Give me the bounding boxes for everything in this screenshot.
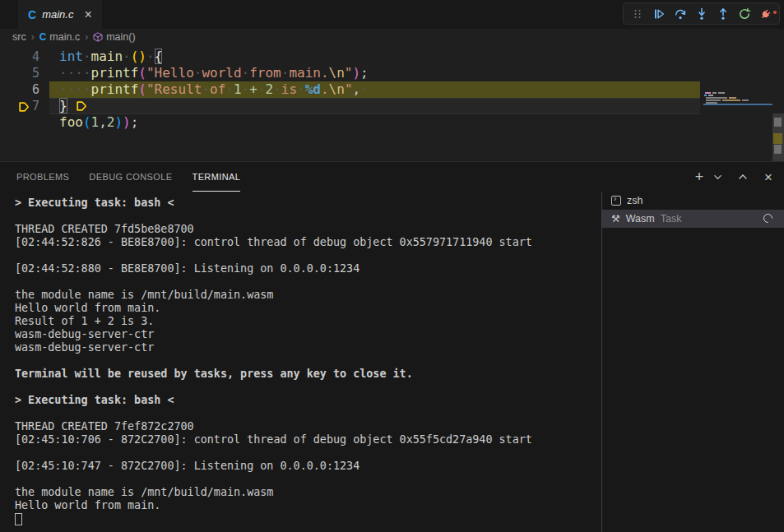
terminal-line: [02:44:52:880 - BE8E8700]: Listening on … xyxy=(15,262,596,275)
terminal-item-sublabel: Task xyxy=(661,213,682,224)
terminal-line xyxy=(15,446,596,460)
terminal-icon: › xyxy=(611,196,621,206)
c-file-icon: C xyxy=(28,9,36,21)
loading-spinner-icon xyxy=(762,212,775,225)
debug-restart-icon[interactable] xyxy=(735,4,754,23)
breadcrumb-main-c[interactable]: C main.c xyxy=(39,31,81,43)
terminal-item-label: Wasm xyxy=(626,213,655,224)
red-indicator-dot xyxy=(773,11,777,14)
line-number: 6 xyxy=(0,81,39,98)
bottom-panel: PROBLEMSDEBUG CONSOLETERMINAL + × > Exec… xyxy=(0,161,784,532)
terminal-line xyxy=(15,275,596,289)
breadcrumb-label: main() xyxy=(106,31,135,43)
line-number: 4 xyxy=(0,49,39,65)
code-line-5[interactable]: 5····printf("Hello·world·from·main.\n"); xyxy=(0,65,784,81)
code-text: } xyxy=(59,98,67,114)
maximize-panel-icon[interactable] xyxy=(735,169,750,184)
panel-actions: + × xyxy=(692,162,776,192)
panel-header: PROBLEMSDEBUG CONSOLETERMINAL + × xyxy=(0,162,784,192)
toolbar-drag-gripper-icon[interactable] xyxy=(628,4,647,23)
terminal-cursor xyxy=(15,513,22,525)
line-number: 5 xyxy=(0,65,39,81)
panel-tab-terminal[interactable]: TERMINAL xyxy=(193,162,241,192)
code-editor[interactable]: 4int·main·()·{5····printf("Hello·world·f… xyxy=(0,45,784,161)
terminal-line xyxy=(15,381,596,394)
debug-toolbar xyxy=(623,2,780,25)
terminal-line: Terminal will be reused by tasks, press … xyxy=(15,368,596,381)
terminal-item-label: zsh xyxy=(627,195,643,206)
terminal-line: > Executing task: bash < xyxy=(15,394,596,407)
terminal-line: > Executing task: bash < xyxy=(15,197,596,210)
breadcrumb-label: main.c xyxy=(49,31,80,43)
terminal-line: THREAD CREATED 7fef872c2700 xyxy=(15,420,596,433)
close-panel-icon[interactable]: × xyxy=(761,169,776,184)
line-number: 7 xyxy=(0,98,39,114)
terminal-output[interactable]: > Executing task: bash <THREAD CREATED 7… xyxy=(15,197,596,526)
debug-step-out-icon[interactable] xyxy=(713,4,732,23)
new-terminal-button[interactable]: + xyxy=(692,169,707,184)
minimap-viewport-line xyxy=(703,104,772,105)
terminal-line: the module name is /mnt/build/main.wasm xyxy=(15,486,596,499)
tools-icon: ⚒ xyxy=(611,214,620,224)
code-line-7[interactable]: 7} xyxy=(0,98,784,114)
terminal-line xyxy=(15,249,596,262)
terminal-line: wasm-debug-server-ctr xyxy=(15,328,596,341)
terminal-line: [02:44:52:826 - BE8E8700]: control threa… xyxy=(15,236,596,249)
c-file-icon: C xyxy=(39,32,47,42)
code-text: int·main·()·{ xyxy=(59,49,162,65)
terminal-line xyxy=(15,210,596,223)
cursor-line-highlight xyxy=(49,98,700,114)
panel-tab-problems[interactable]: PROBLEMS xyxy=(16,162,69,192)
symbol-cube-icon xyxy=(93,32,103,42)
terminal-line: Result of 1 + 2 is 3. xyxy=(15,315,596,328)
code-line-6[interactable]: 6····printf("Result·of·1·+·2·is·%d.\n",·… xyxy=(0,81,784,98)
terminal-tabs-list: ›zsh⚒WasmTask xyxy=(601,192,784,532)
terminal-line: Hello world from main. xyxy=(15,302,596,315)
terminal-line: Hello world from main. xyxy=(15,499,596,512)
terminal-line: wasm-debug-server-ctr xyxy=(15,341,596,354)
code-text: ····printf("Hello·world·from·main.\n"); xyxy=(59,65,369,81)
tab-label: main.c xyxy=(42,8,73,21)
vscode-window: C main.c × xyxy=(0,0,784,532)
debug-step-over-icon[interactable] xyxy=(670,4,689,23)
terminal-line: [02:45:10:747 - 872C2700]: Listening on … xyxy=(15,460,596,473)
terminal-line xyxy=(15,354,596,368)
code-line-4[interactable]: 4int·main·()·{ xyxy=(0,49,784,65)
tab-bar: C main.c × xyxy=(0,0,784,29)
terminal-list-item-wasm[interactable]: ⚒WasmTask xyxy=(602,210,784,228)
breadcrumb-label: src xyxy=(12,31,26,43)
panel-tab-debug-console[interactable]: DEBUG CONSOLE xyxy=(89,162,172,192)
terminal-line xyxy=(15,473,596,486)
terminal-profile-dropdown-icon[interactable] xyxy=(710,169,725,184)
tab-main-c[interactable]: C main.c × xyxy=(18,0,102,29)
chevron-right-icon: › xyxy=(85,31,88,43)
debug-disconnect-icon[interactable] xyxy=(756,4,775,23)
terminal-line xyxy=(15,407,596,420)
breadcrumb-src[interactable]: src xyxy=(12,31,26,43)
breadcrumb: src › C main.c › main() xyxy=(0,29,784,45)
terminal-line: the module name is /mnt/build/main.wasm xyxy=(15,289,596,302)
terminal-list-item-zsh[interactable]: ›zsh xyxy=(602,192,784,210)
debug-continue-icon[interactable] xyxy=(649,4,668,23)
chevron-right-icon: › xyxy=(31,31,35,43)
debug-step-into-icon[interactable] xyxy=(692,4,711,23)
breadcrumb-main-symbol[interactable]: main() xyxy=(93,31,135,43)
terminal-line: [02:45:10:706 - 872C2700]: control threa… xyxy=(15,433,596,446)
terminal-line: THREAD CREATED 7fd5be8e8700 xyxy=(15,223,596,236)
close-tab-icon[interactable]: × xyxy=(84,8,91,21)
